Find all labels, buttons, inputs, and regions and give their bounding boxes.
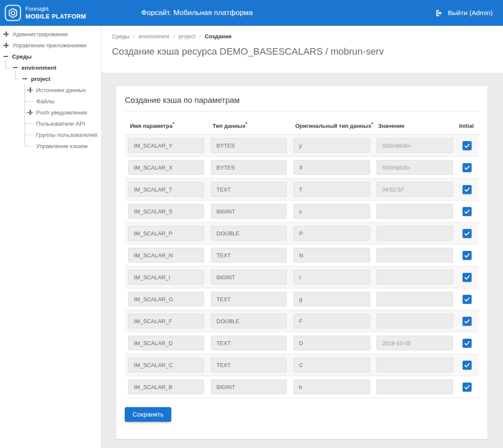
data-type-value: TEXT [216, 362, 231, 368]
value-text: SGVsbG8= [382, 164, 410, 171]
param-name-input: IM_SCALAR_B [128, 380, 204, 394]
expand-plus-icon[interactable] [3, 43, 9, 48]
required-asterisk: * [245, 121, 247, 127]
param-name-value: IM_SCALAR_C [134, 362, 173, 368]
breadcrumb-separator: / [199, 33, 201, 40]
checkmark-icon [464, 186, 470, 193]
sidebar-item[interactable]: Группы пользователей [0, 129, 101, 140]
data-type-input: BIGINT [211, 380, 287, 394]
expand-plus-icon[interactable] [28, 87, 33, 93]
value-input [376, 204, 453, 219]
table-row: IM_SCALAR_P DOUBLE P [125, 222, 479, 244]
sidebar-item[interactable]: Пользователи API [0, 118, 101, 129]
required-asterisk: * [173, 121, 174, 127]
original-type-value: T [299, 186, 302, 193]
param-name-value: IM_SCALAR_B [134, 384, 173, 390]
column-header: Initial [457, 123, 479, 129]
expand-plus-icon[interactable] [3, 31, 9, 37]
breadcrumb-item[interactable]: Среды [112, 33, 130, 40]
title-band: Среды/environment/project/Создание Созда… [102, 26, 503, 73]
table-row: IM_SCALAR_F DOUBLE F [125, 310, 479, 332]
collapse-minus-icon[interactable] [22, 78, 27, 80]
checkmark-icon [464, 208, 470, 215]
original-type-value: N [299, 252, 303, 259]
original-type-value: b [299, 384, 302, 390]
checkmark-icon [464, 340, 470, 346]
data-type-input: TEXT [211, 182, 287, 197]
value-input [376, 270, 453, 284]
original-type-value: D [299, 340, 303, 346]
sidebar-item-label: project [31, 76, 50, 82]
table-row: IM_SCALAR_G TEXT g [125, 288, 479, 310]
param-name-input: IM_SCALAR_I [128, 270, 204, 284]
column-header-label: Тип данных [213, 123, 245, 129]
logout-button[interactable]: Выйти (Admin) [435, 0, 493, 26]
logout-label: Выйти (Admin) [448, 9, 493, 17]
initial-checkbox[interactable] [463, 273, 472, 282]
sidebar-item[interactable]: Файлы [0, 96, 101, 107]
data-type-value: TEXT [216, 296, 231, 303]
sidebar-item[interactable]: Управление приложениями [0, 40, 101, 51]
collapse-minus-icon[interactable] [13, 67, 18, 68]
sidebar-nav: АдминистрированиеУправление приложениями… [0, 26, 102, 448]
data-type-value: BYTES [216, 142, 235, 149]
table-row: IM_SCALAR_S BIGINT s [125, 201, 479, 222]
initial-checkbox[interactable] [463, 163, 472, 172]
sidebar-item[interactable]: Push уведомления [0, 107, 101, 118]
sidebar-item[interactable]: Управление кэшем [0, 140, 101, 151]
table-row: IM_SCALAR_C TEXT C [125, 354, 479, 376]
cache-params-card: Создание кэша по параметрам Имя параметр… [116, 86, 488, 439]
sidebar-item-label: Управление приложениями [12, 42, 86, 49]
value-text: 04:52:57 [382, 186, 404, 193]
initial-checkbox[interactable] [463, 141, 472, 150]
initial-checkbox[interactable] [463, 229, 472, 238]
param-name-value: IM_SCALAR_I [134, 274, 170, 281]
breadcrumb-item[interactable]: project [179, 33, 195, 40]
initial-checkbox[interactable] [463, 207, 472, 216]
original-type-value: P [299, 230, 303, 237]
column-header-label: Оригинальный тип данных [295, 123, 371, 129]
data-type-value: TEXT [216, 186, 231, 193]
original-type-input: F [293, 314, 370, 328]
app-title: Форсайт. Мобильная платформа [141, 0, 253, 26]
expand-plus-icon[interactable] [28, 110, 33, 115]
initial-checkbox[interactable] [463, 339, 472, 348]
data-type-input: TEXT [211, 248, 287, 263]
param-name-value: IM_SCALAR_N [134, 252, 173, 259]
data-type-input: BYTES [211, 138, 287, 153]
params-table: IM_SCALAR_Y BYTES y SGVsbG8= [125, 135, 479, 398]
value-text: 2018-10-05 [382, 340, 411, 346]
original-type-value: X [299, 164, 303, 171]
column-header: Значение [373, 123, 457, 129]
checkmark-icon [464, 296, 470, 303]
sidebar-item[interactable]: Администрирование [0, 28, 101, 40]
param-name-input: IM_SCALAR_S [128, 204, 204, 219]
sidebar-item[interactable]: project [0, 73, 101, 84]
sidebar-item-label: Источники данных [36, 87, 86, 93]
breadcrumb: Среды/environment/project/Создание [112, 33, 493, 40]
sidebar-item[interactable]: Источники данных [0, 84, 101, 96]
initial-checkbox[interactable] [463, 185, 472, 194]
initial-checkbox[interactable] [463, 383, 472, 392]
checkmark-icon [464, 164, 470, 171]
collapse-minus-icon[interactable] [3, 56, 8, 57]
save-button[interactable]: Сохранить [125, 407, 171, 422]
sidebar-item[interactable]: Среды [0, 51, 101, 62]
data-type-value: DOUBLE [216, 230, 239, 237]
initial-checkbox[interactable] [463, 251, 472, 260]
initial-checkbox[interactable] [463, 361, 472, 370]
value-input [376, 248, 453, 263]
breadcrumb-item[interactable]: environment [139, 33, 170, 40]
initial-checkbox[interactable] [463, 295, 472, 304]
sidebar-item-label: Push уведомления [36, 109, 87, 116]
original-type-value: y [299, 142, 302, 149]
value-input: 2018-10-05 [376, 336, 453, 350]
original-type-input: C [293, 358, 370, 372]
param-name-value: IM_SCALAR_G [134, 296, 173, 303]
checkmark-icon [464, 318, 470, 324]
initial-checkbox[interactable] [463, 317, 472, 326]
original-type-value: C [299, 362, 303, 368]
content-area: Создание кэша по параметрам Имя параметр… [102, 73, 503, 448]
data-type-input: BIGINT [211, 204, 287, 219]
param-name-input: IM_SCALAR_C [128, 358, 204, 372]
